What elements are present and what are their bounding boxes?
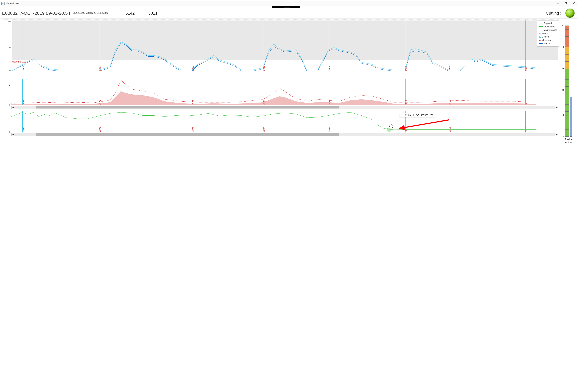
- legend-swatch-icon: [539, 36, 541, 38]
- scroll-left-icon[interactable]: ◀: [12, 106, 14, 109]
- legend-item-label: Population: [544, 22, 554, 25]
- scroll-right-icon[interactable]: ▶: [555, 106, 558, 109]
- ytick-label: 20: [6, 46, 11, 49]
- counter-b: 3011: [148, 11, 157, 16]
- drag-handle-icon: [272, 6, 300, 8]
- legend-item-label: Actual: [544, 42, 550, 45]
- chart-legend: PopulationConfidenceMax VibrationSharpDi…: [537, 20, 559, 46]
- counter-a: 6142: [125, 11, 135, 16]
- legend-item-label: Confidence: [544, 25, 555, 29]
- legend-swatch-icon: [539, 33, 541, 34]
- entity-id: E00882: [2, 11, 18, 16]
- ytick-label: 40: [6, 20, 11, 23]
- scroll-left-icon[interactable]: ◀: [12, 133, 14, 136]
- ytick-label: 0: [6, 69, 11, 72]
- coords-readout: X36.62800 Y3.85920 Z15.67370: [73, 11, 108, 14]
- gauge-tick-label: 19: [561, 67, 565, 70]
- legend-swatch-icon: [539, 39, 541, 41]
- ytick-label: 0: [5, 103, 10, 106]
- status-led-icon: [566, 9, 575, 18]
- svg-rect-1: [565, 2, 567, 4]
- tooltip-label: 12:00 : 0.134714878601266: [405, 114, 433, 117]
- gauge-caption: Actual: [565, 141, 573, 144]
- minimize-button[interactable]: [554, 0, 562, 6]
- chart-confidence[interactable]: 3001300330053007300930113013301512:00 : …: [2, 110, 559, 136]
- chart-scrollbar[interactable]: ◀ ▶: [11, 106, 558, 109]
- window-title: MainWindow: [5, 2, 19, 5]
- legend-swatch-icon: [539, 26, 543, 27]
- header-strip: E00882 7-OCT-2019 09-01-20.54 X36.62800 …: [0, 6, 578, 18]
- gauge-tick-label: 31: [561, 24, 565, 27]
- scroll-right-icon[interactable]: ▶: [555, 133, 558, 136]
- app-icon: [1, 2, 4, 5]
- close-button[interactable]: [570, 0, 578, 6]
- maximize-button[interactable]: [562, 0, 570, 6]
- chart-scrollbar[interactable]: ◀ ▶: [11, 133, 558, 136]
- chart-tooltip: 12:00 : 0.134714878601266: [400, 113, 435, 117]
- gauge-caption: Toollife: [565, 138, 573, 141]
- ytick-label: 0: [5, 131, 10, 133]
- legend-swatch-icon: [539, 44, 543, 44]
- toollife-actual-bar: [570, 97, 572, 137]
- zoom-out-icon[interactable]: [389, 125, 393, 128]
- ytick-label: 1: [5, 110, 10, 113]
- legend-item-label: Sharp: [542, 32, 548, 35]
- gauge-tick-label: 13: [561, 89, 565, 91]
- timestamp: 7-OCT-2019 09-01-20.54: [20, 11, 70, 16]
- legend-swatch-icon: [539, 30, 543, 30]
- ytick-label: 2: [5, 84, 10, 86]
- legend-item-label: Diffuse: [542, 35, 549, 39]
- legend-swatch-icon: [539, 23, 543, 23]
- titlebar: MainWindow: [0, 0, 578, 6]
- chart-actual[interactable]: 30013003300530073009301130133015Moyenne …: [2, 19, 559, 75]
- toollife-gauge: 0613192531: [562, 26, 575, 137]
- status-label: Cutting :: [546, 11, 561, 16]
- gauge-tick-label: 0: [561, 135, 565, 138]
- chart-vibration[interactable]: 30013003300530073009301130133015 2 0 ◀ ▶: [2, 78, 559, 109]
- legend-item-label: Vibration: [542, 39, 551, 42]
- gauge-tick-label: 6: [561, 114, 565, 116]
- legend-item-label: Max Vibration: [544, 28, 557, 32]
- gauge-tick-label: 25: [561, 46, 565, 48]
